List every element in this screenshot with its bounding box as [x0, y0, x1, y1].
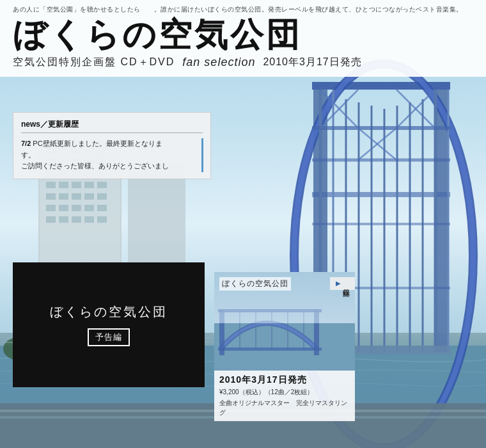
tagline-text: あの人に「空気公園」を聴かせるとしたら 。誰かに届けたいぼくらの空気公団。発売レ… — [13, 5, 473, 14]
news-content-line2: す。 — [21, 151, 35, 159]
cd-cover[interactable]: ぼくらの空気公団 収録曲 ▶ — [214, 272, 355, 371]
release-info-date: 2010年3月17日発売 — [219, 374, 350, 386]
news-bar-accent — [201, 138, 203, 172]
fan-selection-text: fan selection — [182, 56, 255, 69]
main-title: ぼくらの空気公団 — [13, 17, 473, 53]
svg-rect-90 — [218, 348, 322, 351]
dvd-title: ぼくらの空気公団 — [50, 303, 168, 321]
track-btn-arrow-icon: ▶ — [334, 280, 341, 287]
subtitle-text: 空気公団特別企画盤 CD＋DVD — [13, 56, 175, 69]
news-box: news／更新履歴 7/2 PC壁紙更新しました。最終更新となりま す。 ご訪問… — [13, 112, 211, 179]
news-content-line3: ご訪問くださった皆様、ありがとうございまし — [21, 162, 169, 170]
news-header: news／更新履歴 — [21, 119, 203, 133]
track-list-button[interactable]: 収録曲 ▶ — [330, 277, 355, 290]
header-area: あの人に「空気公園」を聴かせるとしたら 。誰かに届けたいぼくらの空気公団。発売レ… — [0, 0, 486, 77]
release-info-price: ¥3,200（税込）（12曲／2枚組） — [219, 387, 350, 397]
header-release-date: 2010年3月17日発売 — [263, 56, 361, 69]
news-content-line1: PC壁紙更新しました。最終更新となりま — [33, 140, 162, 147]
svg-rect-81 — [214, 323, 355, 371]
cd-title: ぼくらの空気公団 — [219, 277, 291, 291]
dvd-cover[interactable]: ぼくらの空気公団 予告編 — [13, 262, 205, 387]
dvd-badge: 予告編 — [88, 328, 130, 346]
release-info-panel: 2010年3月17日発売 ¥3,200（税込）（12曲／2枚組） 全曲オリジナル… — [214, 371, 355, 421]
cd-image: ぼくらの空気公団 収録曲 ▶ — [214, 272, 355, 371]
subtitle-line: 空気公団特別企画盤 CD＋DVD fan selection 2010年3月17… — [13, 56, 473, 69]
release-info-detail: 全曲オリジナルマスター 完全リマスタリング — [219, 398, 350, 417]
news-date: 7/2 — [21, 140, 31, 147]
news-content: 7/2 PC壁紙更新しました。最終更新となりま す。 ご訪問くださった皆様、あり… — [21, 138, 203, 172]
